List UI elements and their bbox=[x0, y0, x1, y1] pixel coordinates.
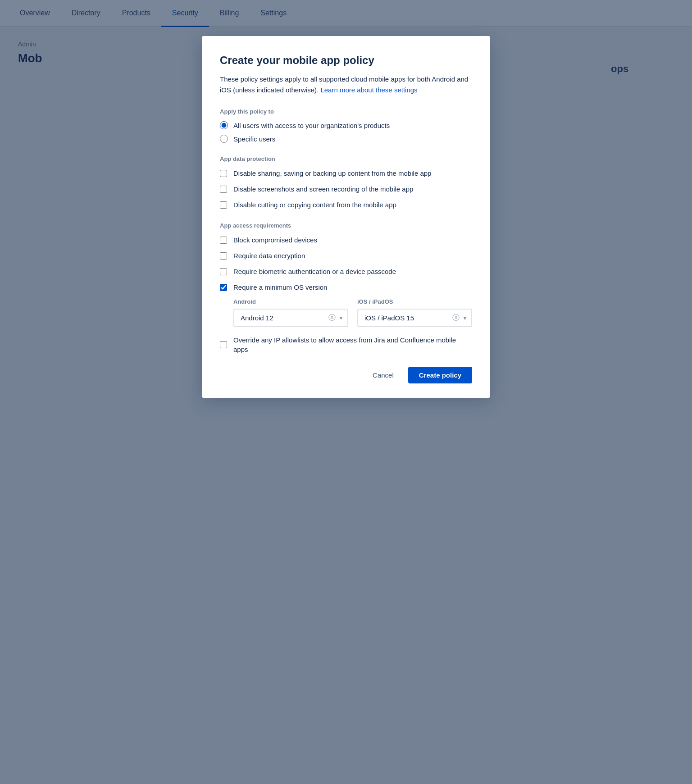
checkbox-require-os-label[interactable]: Require a minimum OS version bbox=[233, 283, 327, 292]
access-requirements-group: Block compromised devices Require data e… bbox=[220, 235, 472, 354]
create-policy-modal: Create your mobile app policy These poli… bbox=[202, 36, 490, 398]
modal-description: These policy settings apply to all suppo… bbox=[220, 74, 472, 96]
cancel-button[interactable]: Cancel bbox=[364, 367, 403, 383]
checkbox-disable-screenshots-label[interactable]: Disable screenshots and screen recording… bbox=[233, 184, 413, 194]
radio-specific-users-input[interactable] bbox=[220, 135, 228, 143]
android-clear-icon[interactable]: ⓧ bbox=[328, 313, 336, 323]
ios-col: iOS / iPadOS iOS / iPadOS 14 iOS / iPadO… bbox=[357, 298, 472, 327]
checkbox-require-biometric[interactable]: Require biometric authentication or a de… bbox=[220, 267, 472, 276]
apply-policy-radio-group: All users with access to your organizati… bbox=[220, 121, 472, 143]
radio-all-users-label[interactable]: All users with access to your organizati… bbox=[233, 122, 390, 129]
checkbox-require-encryption-input[interactable] bbox=[220, 252, 227, 260]
checkbox-require-encryption-label[interactable]: Require data encryption bbox=[233, 251, 305, 260]
radio-all-users-input[interactable] bbox=[220, 121, 228, 129]
ios-select-wrapper: iOS / iPadOS 14 iOS / iPadOS 15 iOS / iP… bbox=[357, 309, 472, 327]
checkbox-disable-screenshots[interactable]: Disable screenshots and screen recording… bbox=[220, 184, 472, 194]
checkbox-require-os[interactable]: Require a minimum OS version bbox=[220, 283, 472, 292]
checkbox-require-biometric-input[interactable] bbox=[220, 268, 227, 275]
learn-more-link[interactable]: Learn more about these settings bbox=[320, 86, 417, 94]
ios-label: iOS / iPadOS bbox=[357, 298, 472, 305]
checkbox-disable-cutting[interactable]: Disable cutting or copying content from … bbox=[220, 200, 472, 210]
checkbox-disable-sharing-input[interactable] bbox=[220, 170, 227, 177]
checkbox-override-ip[interactable]: Override any IP allowlists to allow acce… bbox=[220, 335, 472, 354]
radio-specific-users-label[interactable]: Specific users bbox=[233, 135, 275, 143]
checkbox-disable-sharing-label[interactable]: Disable sharing, saving or backing up co… bbox=[233, 169, 431, 178]
ios-clear-icon[interactable]: ⓧ bbox=[452, 313, 460, 323]
checkbox-disable-cutting-input[interactable] bbox=[220, 201, 227, 209]
android-col: Android Android 10 Android 11 Android 12… bbox=[233, 298, 348, 327]
data-protection-group: Disable sharing, saving or backing up co… bbox=[220, 169, 472, 210]
apply-policy-label: Apply this policy to bbox=[220, 108, 472, 115]
checkbox-block-compromised[interactable]: Block compromised devices bbox=[220, 235, 472, 245]
app-access-requirements-label: App access requirements bbox=[220, 222, 472, 229]
checkbox-disable-cutting-label[interactable]: Disable cutting or copying content from … bbox=[233, 200, 396, 210]
checkbox-require-os-input[interactable] bbox=[220, 284, 227, 291]
app-data-protection-label: App data protection bbox=[220, 155, 472, 162]
android-select-wrapper: Android 10 Android 11 Android 12 Android… bbox=[233, 309, 348, 327]
radio-specific-users[interactable]: Specific users bbox=[220, 135, 472, 143]
checkbox-block-compromised-label[interactable]: Block compromised devices bbox=[233, 235, 317, 245]
checkbox-require-encryption[interactable]: Require data encryption bbox=[220, 251, 472, 260]
modal-overlay: Create your mobile app policy These poli… bbox=[0, 0, 692, 784]
checkbox-disable-screenshots-input[interactable] bbox=[220, 186, 227, 193]
checkbox-block-compromised-input[interactable] bbox=[220, 237, 227, 244]
android-label: Android bbox=[233, 298, 348, 305]
checkbox-override-ip-label[interactable]: Override any IP allowlists to allow acce… bbox=[233, 335, 472, 354]
modal-title: Create your mobile app policy bbox=[220, 54, 472, 67]
os-version-section: Android Android 10 Android 11 Android 12… bbox=[233, 298, 472, 327]
radio-all-users[interactable]: All users with access to your organizati… bbox=[220, 121, 472, 129]
checkbox-override-ip-input[interactable] bbox=[220, 341, 227, 348]
checkbox-require-biometric-label[interactable]: Require biometric authentication or a de… bbox=[233, 267, 396, 276]
create-policy-button[interactable]: Create policy bbox=[408, 367, 472, 383]
modal-footer: Cancel Create policy bbox=[220, 367, 472, 383]
checkbox-disable-sharing[interactable]: Disable sharing, saving or backing up co… bbox=[220, 169, 472, 178]
